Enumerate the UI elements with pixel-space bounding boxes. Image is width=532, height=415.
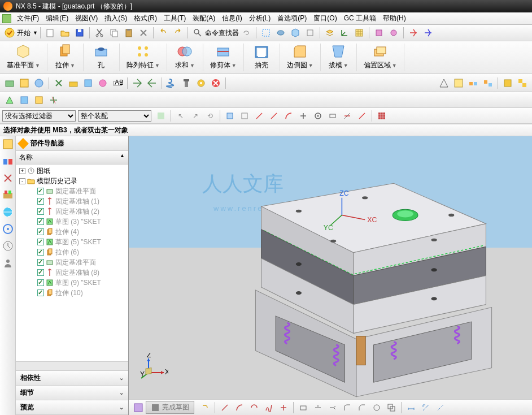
menu-insert[interactable]: 插入(S) — [101, 12, 130, 24]
st5-icon[interactable] — [67, 76, 80, 90]
cmd-finder-label[interactable]: 命令查找器 — [205, 28, 239, 38]
col-name[interactable]: 名称 — [19, 153, 33, 162]
graphics-viewport[interactable]: 人人文库 www.renrendoc.com — [129, 136, 532, 415]
rib-offset-region[interactable]: 偏置区域▼ — [357, 44, 404, 71]
rib-datum-plane[interactable]: 基准平面▼ — [0, 44, 47, 71]
bolt-icon[interactable] — [180, 76, 193, 90]
st3-icon[interactable] — [32, 76, 46, 90]
vtab-roles-icon[interactable] — [2, 257, 14, 269]
menu-assembly[interactable]: 装配(A) — [189, 12, 219, 24]
tri-icon[interactable] — [437, 76, 451, 90]
wireframe-icon[interactable] — [303, 26, 317, 40]
sf6-icon[interactable] — [238, 109, 251, 123]
asm2-icon[interactable] — [481, 76, 495, 90]
render-icon[interactable] — [274, 26, 287, 40]
redo-icon[interactable] — [171, 26, 185, 40]
sk-point-icon[interactable] — [277, 401, 290, 414]
sf-diag-icon[interactable] — [341, 109, 354, 123]
rib-hole[interactable]: 孔 — [84, 44, 120, 71]
cut-icon[interactable] — [93, 26, 106, 40]
scope-select[interactable]: 整个装配 — [78, 110, 151, 122]
sk-arc2-icon[interactable] — [247, 401, 261, 414]
sk-offset-icon[interactable] — [385, 401, 398, 414]
save-icon[interactable] — [73, 26, 86, 40]
sf-line-icon[interactable] — [252, 109, 266, 123]
pin-icon[interactable] — [18, 138, 29, 149]
menu-view[interactable]: 视图(V) — [72, 12, 101, 24]
checkbox[interactable] — [37, 289, 44, 296]
cmd-finder-icon[interactable] — [191, 26, 204, 40]
sk-chamfer-icon[interactable] — [355, 401, 369, 414]
st7-icon[interactable] — [96, 76, 110, 90]
sf1-icon[interactable] — [154, 109, 168, 123]
asm1-icon[interactable] — [466, 76, 480, 90]
st9-icon[interactable] — [130, 76, 144, 90]
panel-deps[interactable]: 相依性⌄ — [16, 371, 128, 386]
tree-label[interactable]: 固定基准平面 — [55, 187, 96, 196]
menu-prefs[interactable]: 首选项(P) — [274, 12, 310, 24]
menu-window[interactable]: 窗口(O) — [310, 12, 340, 24]
asm4-icon[interactable] — [516, 76, 529, 90]
checkbox[interactable] — [37, 218, 44, 225]
checkbox[interactable] — [37, 228, 44, 235]
st2-icon[interactable] — [18, 76, 31, 90]
vtab-hist-icon[interactable] — [2, 223, 14, 235]
open-icon[interactable] — [58, 26, 72, 40]
tree-label[interactable]: 拉伸 (4) — [55, 227, 79, 237]
app-menu-icon[interactable] — [2, 14, 11, 23]
vtab-reuse-icon[interactable] — [2, 189, 14, 201]
tree-label[interactable]: 固定基准轴 (2) — [55, 207, 99, 217]
checkbox[interactable] — [37, 249, 44, 256]
vtab-web-icon[interactable] — [2, 206, 14, 218]
sf-line3-icon[interactable] — [355, 109, 369, 123]
coil-icon[interactable] — [165, 76, 178, 90]
sk-auto-icon[interactable] — [434, 401, 447, 414]
vtab-clock-icon[interactable] — [2, 240, 14, 252]
checkbox[interactable] — [37, 239, 44, 245]
link-icon[interactable] — [239, 26, 253, 40]
rib-draft[interactable]: 拔模▼ — [321, 44, 357, 71]
copy-icon[interactable] — [107, 26, 121, 40]
tree-label[interactable]: 固定基准轴 (1) — [55, 197, 99, 206]
finish-sketch-button[interactable]: 完成草图 — [146, 401, 194, 414]
rib-edge-blend[interactable]: 边倒圆▼ — [280, 44, 321, 71]
tree-label[interactable]: 拉伸 (10) — [55, 288, 83, 298]
rib-shell[interactable]: 抽壳 — [244, 44, 280, 71]
sk-const-icon[interactable] — [419, 401, 433, 414]
tt2-icon[interactable] — [18, 93, 31, 107]
sk-undo-icon[interactable] — [198, 401, 212, 414]
undo-icon[interactable] — [156, 26, 170, 40]
tree-hscroll[interactable] — [16, 361, 128, 370]
tree-label[interactable]: 草图 (5) "SKET — [55, 237, 101, 247]
menu-file[interactable]: 文件(F) — [14, 12, 42, 24]
checkbox[interactable] — [37, 279, 44, 286]
tree-label[interactable]: 图纸 — [37, 166, 50, 176]
cancel-icon[interactable] — [209, 76, 223, 90]
sk-circle-icon[interactable] — [370, 401, 383, 414]
rib-extrude[interactable]: 拉伸▼ — [47, 44, 84, 71]
filter-select[interactable]: 没有选择过滤器 — [2, 110, 76, 122]
sk-spline-icon[interactable] — [262, 401, 276, 414]
rib-pattern[interactable]: 阵列特征▼ — [120, 44, 167, 71]
menu-tools[interactable]: 工具(T) — [160, 12, 189, 24]
sk-extend-icon[interactable] — [326, 401, 339, 414]
sk-line-icon[interactable] — [218, 401, 232, 414]
delete-icon[interactable] — [137, 26, 150, 40]
tool-a-icon[interactable] — [372, 26, 386, 40]
vtab-const-icon[interactable] — [2, 172, 14, 184]
st8-icon[interactable]: ABC — [111, 76, 124, 90]
st4-icon[interactable] — [52, 76, 66, 90]
menu-help[interactable]: 帮助(H) — [380, 12, 409, 24]
panel-preview[interactable]: 预览⌄ — [16, 400, 128, 415]
sf-circle-icon[interactable] — [311, 109, 325, 123]
st10-icon[interactable] — [145, 76, 159, 90]
grid2-icon[interactable] — [452, 76, 465, 90]
select-mode-icon[interactable] — [259, 26, 273, 40]
checkbox[interactable] — [37, 259, 44, 266]
panel-details[interactable]: 细节⌄ — [16, 386, 128, 400]
menu-edit[interactable]: 编辑(E) — [42, 12, 72, 24]
new-icon[interactable] — [43, 26, 57, 40]
rib-unite[interactable]: 求和▼ — [167, 44, 203, 71]
layer-icon[interactable] — [323, 26, 337, 40]
sf-rect-icon[interactable] — [326, 109, 339, 123]
